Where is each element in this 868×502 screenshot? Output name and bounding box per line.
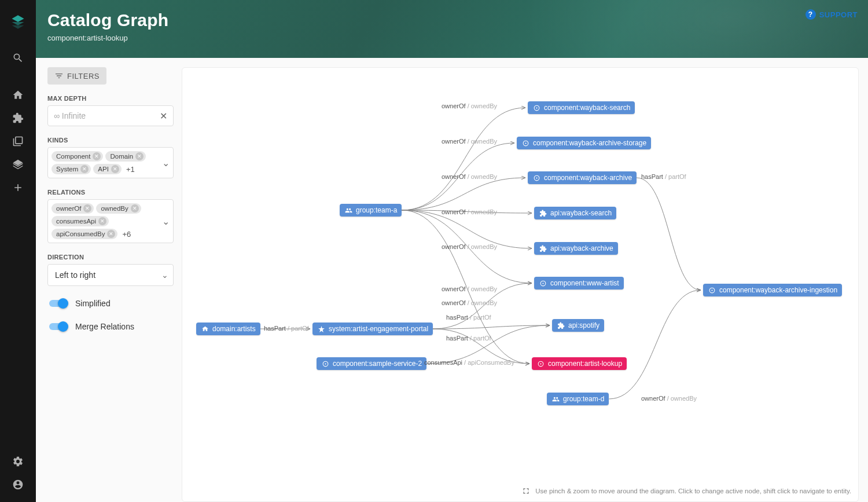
chip[interactable]: apiConsumedBy✕: [52, 229, 117, 239]
api-icon: [539, 244, 547, 252]
chevron-down-icon[interactable]: ⌄: [161, 270, 168, 280]
edge-label: ownerOf / ownedBy: [442, 208, 497, 215]
edge-label: ownerOf / ownedBy: [442, 102, 497, 109]
nav-docs[interactable]: [0, 130, 36, 153]
graph-node[interactable]: component:www-artist: [534, 277, 624, 290]
edge-label: ownerOf / ownedBy: [442, 285, 497, 292]
group-icon: [551, 395, 560, 403]
close-icon[interactable]: ✕: [98, 217, 106, 225]
chips-more: +1: [124, 165, 135, 174]
graph-node[interactable]: component:artist-lookup: [532, 357, 627, 370]
close-icon[interactable]: ✕: [93, 152, 101, 160]
nav-create[interactable]: [0, 176, 36, 199]
chips-more: +6: [120, 230, 131, 239]
graph-node[interactable]: component:wayback-archive-ingestion: [703, 284, 842, 296]
nav-extensions[interactable]: [0, 107, 36, 130]
graph-node[interactable]: component:wayback-search: [528, 101, 635, 114]
chip[interactable]: Component✕: [52, 151, 103, 162]
max-depth-label: MAX DEPTH: [47, 95, 174, 102]
edge-label: hasPart / partOf: [446, 335, 491, 342]
help-icon: ?: [806, 9, 816, 20]
support-link[interactable]: ? SUPPORT: [806, 9, 858, 20]
edge-label: ownerOf / ownedBy: [442, 138, 497, 145]
page-header: Catalog Graph component:artist-lookup: [36, 0, 868, 58]
chip[interactable]: API✕: [93, 164, 122, 174]
fullscreen-icon: [521, 486, 531, 496]
close-icon[interactable]: ✕: [135, 152, 144, 160]
graph-node[interactable]: system:artist-engagement-portal: [312, 323, 433, 335]
svg-point-7: [542, 283, 543, 284]
page-title: Catalog Graph: [47, 10, 856, 30]
graph-node[interactable]: api:wayback-archive: [534, 242, 618, 255]
chip[interactable]: System✕: [52, 164, 91, 174]
nav-rail: [0, 0, 36, 502]
system-icon: [317, 325, 325, 333]
page-subtitle: component:artist-lookup: [47, 34, 856, 42]
close-icon[interactable]: ✕: [80, 165, 89, 173]
simplified-label: Simplified: [75, 299, 111, 308]
chevron-down-icon[interactable]: ⌄: [162, 216, 170, 227]
component-icon: [532, 104, 540, 112]
graph-node[interactable]: api:wayback-search: [534, 207, 616, 219]
relations-select[interactable]: ownerOf✕ownedBy✕consumesApi✕apiConsumedB…: [47, 199, 174, 243]
graph-node[interactable]: component:wayback-archive: [528, 171, 637, 184]
relations-label: RELATIONS: [47, 189, 174, 196]
graph-node[interactable]: component:wayback-archive-storage: [517, 137, 651, 149]
chip[interactable]: Domain✕: [105, 151, 146, 162]
edge-label: hasPart / partOf: [264, 325, 309, 332]
filter-icon: [54, 71, 64, 80]
nav-settings[interactable]: [0, 450, 36, 473]
graph-node[interactable]: component:sample-service-2: [317, 357, 426, 370]
canvas-hint: Use pinch & zoom to move around the diag…: [521, 486, 851, 496]
chip[interactable]: ownedBy✕: [96, 203, 141, 214]
close-icon[interactable]: ✕: [83, 204, 91, 212]
component-icon: [539, 279, 547, 287]
graph-node[interactable]: group:team-d: [547, 393, 609, 405]
api-icon: [539, 209, 547, 217]
graph-node[interactable]: group:team-a: [340, 204, 402, 217]
merge-relations-label: Merge Relations: [75, 322, 134, 331]
api-icon: [557, 321, 565, 329]
component-icon: [708, 286, 716, 294]
svg-point-13: [711, 290, 712, 291]
max-depth-input[interactable]: ∞ Infinite ✕: [47, 105, 174, 126]
svg-point-3: [525, 142, 526, 144]
component-icon: [321, 360, 329, 368]
chip[interactable]: consumesApi✕: [52, 216, 109, 226]
domain-icon: [201, 325, 209, 333]
kinds-label: KINDS: [47, 137, 174, 144]
filters-panel: FILTERS MAX DEPTH ∞ Infinite ✕ KINDS Com…: [47, 67, 174, 502]
component-icon: [532, 174, 540, 182]
component-icon: [521, 139, 529, 147]
graph-node[interactable]: api:spotify: [552, 319, 604, 332]
simplified-toggle[interactable]: [47, 298, 68, 309]
kinds-select[interactable]: Component✕Domain✕System✕API✕+1⌄: [47, 147, 174, 178]
graph-canvas[interactable]: group:team-acomponent:wayback-searchcomp…: [182, 67, 859, 502]
close-icon[interactable]: ✕: [131, 204, 139, 212]
edge-label: hasPart / partOf: [641, 173, 686, 180]
merge-relations-toggle[interactable]: [47, 321, 68, 332]
edge-label: ownerOf / ownedBy: [442, 173, 497, 180]
filters-button[interactable]: FILTERS: [47, 67, 106, 85]
nav-home[interactable]: [0, 83, 36, 107]
svg-point-9: [540, 363, 541, 364]
graph-node[interactable]: domain:artists: [196, 323, 260, 335]
svg-point-5: [536, 177, 537, 178]
app-logo: [10, 14, 26, 30]
close-icon[interactable]: ✕: [111, 165, 119, 173]
nav-account[interactable]: [0, 473, 36, 496]
nav-layers[interactable]: [0, 153, 36, 176]
close-icon[interactable]: ✕: [160, 111, 167, 122]
nav-search[interactable]: [0, 46, 36, 69]
svg-point-11: [325, 363, 326, 364]
direction-select[interactable]: Left to right ⌄: [47, 264, 174, 286]
close-icon[interactable]: ✕: [107, 230, 115, 238]
svg-point-1: [536, 107, 537, 108]
edge-label: ownerOf / ownedBy: [442, 299, 497, 306]
chevron-down-icon[interactable]: ⌄: [162, 157, 170, 168]
edge-label: hasPart / partOf: [446, 314, 491, 321]
group-icon: [344, 206, 352, 214]
edge-label: ownerOf / ownedBy: [641, 395, 697, 402]
chip[interactable]: ownerOf✕: [52, 203, 94, 214]
component-icon: [536, 360, 545, 368]
